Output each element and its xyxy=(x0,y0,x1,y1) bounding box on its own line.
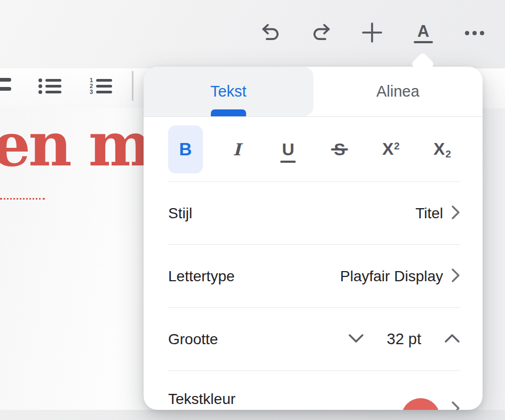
style-value: Titel xyxy=(415,205,443,222)
screen: A 1 2 3 en met xyxy=(0,0,505,420)
format-buttons-row: B I U S X2 X2 xyxy=(144,117,483,181)
italic-button[interactable]: I xyxy=(219,125,254,173)
bulleted-list-button[interactable] xyxy=(38,77,61,95)
strikethrough-icon: S xyxy=(334,141,345,158)
undo-icon xyxy=(261,22,281,44)
strikethrough-button[interactable]: S xyxy=(322,125,357,173)
chevron-right-icon xyxy=(452,401,460,410)
text-color-swatch xyxy=(401,398,440,410)
chevron-right-icon xyxy=(452,268,460,284)
top-toolbar: A xyxy=(0,0,505,59)
chevron-down-icon xyxy=(349,334,364,344)
subscript-button[interactable]: X2 xyxy=(425,125,460,173)
undo-button[interactable] xyxy=(257,19,285,47)
subscript-icon: X2 xyxy=(433,139,451,159)
bottom-strip xyxy=(0,410,505,420)
text-format-popover: Tekst Alinea B I U S xyxy=(144,67,483,410)
insert-button[interactable] xyxy=(358,19,386,47)
chevron-up-icon xyxy=(445,334,460,344)
font-label: Lettertype xyxy=(168,268,340,285)
superscript-icon: X2 xyxy=(382,139,400,159)
plus-icon xyxy=(361,22,383,45)
font-row[interactable]: Lettertype Playfair Display xyxy=(144,245,483,307)
size-value: 32 pt xyxy=(387,330,422,348)
clipped-list-icon xyxy=(0,78,11,96)
spellcheck-underline xyxy=(0,198,45,200)
tab-alinea-label: Alinea xyxy=(376,83,420,100)
tab-alinea[interactable]: Alinea xyxy=(313,67,483,116)
chevron-right-icon xyxy=(452,205,460,221)
text-format-button[interactable]: A xyxy=(409,19,437,47)
style-label: Stijl xyxy=(168,205,415,222)
bold-icon: B xyxy=(179,139,192,160)
size-label: Grootte xyxy=(168,331,349,348)
tab-tekst[interactable]: Tekst xyxy=(144,67,313,116)
toolbar-divider xyxy=(132,71,133,101)
more-options-button[interactable] xyxy=(461,19,488,47)
increase-size-button[interactable] xyxy=(445,334,460,344)
underline-button[interactable]: U xyxy=(271,125,305,173)
text-color-label: Tekstkleur xyxy=(168,391,401,408)
superscript-button[interactable]: X2 xyxy=(374,125,408,173)
redo-button[interactable] xyxy=(307,19,335,47)
underline-icon: U xyxy=(282,141,294,158)
size-row: Grootte 32 pt xyxy=(144,308,483,370)
format-letter: A xyxy=(417,23,429,39)
bulleted-list-icon xyxy=(38,77,61,95)
font-value: Playfair Display xyxy=(340,268,443,285)
redo-icon xyxy=(311,22,332,44)
active-tab-indicator xyxy=(211,109,246,116)
text-color-row[interactable]: Tekstkleur xyxy=(144,371,483,410)
decrease-size-button[interactable] xyxy=(349,334,364,344)
format-text-icon: A xyxy=(414,23,433,43)
bold-button[interactable]: B xyxy=(168,125,203,173)
numbered-list-button[interactable]: 1 2 3 xyxy=(89,77,112,95)
style-row[interactable]: Stijl Titel xyxy=(144,182,483,244)
italic-icon: I xyxy=(233,140,241,159)
tab-tekst-label: Tekst xyxy=(210,83,247,100)
tab-bar: Tekst Alinea xyxy=(144,67,483,117)
more-icon xyxy=(465,31,484,35)
numbered-list-icon: 1 2 3 xyxy=(89,77,112,95)
size-stepper: 32 pt xyxy=(349,330,460,348)
